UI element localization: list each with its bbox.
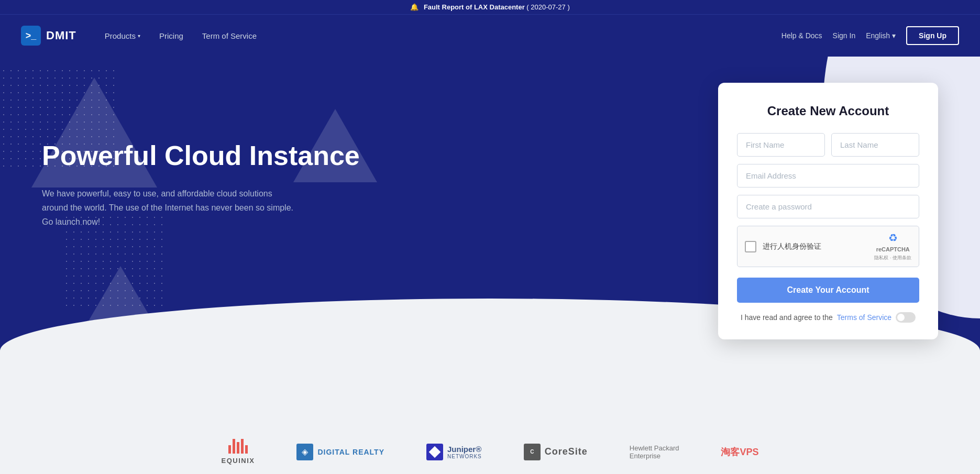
language-selector[interactable]: English ▾ (866, 31, 896, 40)
email-wrap (737, 164, 919, 188)
coresite-name: CoreSite (545, 446, 588, 457)
recaptcha-links: 隐私权 · 使用条款 (874, 255, 911, 261)
alert-bar: 🔔 Fault Report of LAX Datacenter ( 2020-… (0, 0, 980, 15)
logo-text: DMIT (46, 29, 76, 42)
recaptcha-brand: reCAPTCHA (876, 246, 910, 252)
digital-realty-icon: ◈ (296, 444, 313, 460)
name-row (737, 133, 919, 157)
header-right: Help & Docs Sign In English ▾ Sign Up (781, 26, 959, 45)
hero-description: We have powerful, easy to use, and affor… (42, 186, 293, 229)
create-account-button[interactable]: Create Your Account (737, 278, 919, 303)
hero-left: Powerful Cloud Instance We have powerful… (42, 88, 718, 229)
triangle-decoration-bl (84, 266, 157, 329)
coresite-logo: C CoreSite (524, 444, 588, 460)
hpe-line2: Enterprise (630, 452, 679, 460)
juniper-networks: NETWORKS (447, 454, 482, 459)
equinix-bars-icon (228, 439, 248, 454)
partner-equinix: EQUINIX (221, 439, 255, 465)
captcha-label: 进行人机身份验证 (763, 242, 868, 251)
hero-section: Powerful Cloud Instance We have powerful… (0, 57, 980, 413)
alert-text: Fault Report of LAX Datacenter (424, 3, 525, 11)
nav-tos[interactable]: Term of Service (195, 27, 264, 45)
captcha-checkbox[interactable] (745, 241, 756, 252)
digital-realty-text: DIGITAL REALTY (317, 448, 384, 456)
alert-date: ( 2020-07-27 ) (526, 3, 569, 11)
recaptcha-branding: ♻ reCAPTCHA 隐私权 · 使用条款 (874, 232, 911, 261)
password-input[interactable] (737, 195, 919, 218)
partner-coresite: C CoreSite (524, 444, 588, 460)
nav-products[interactable]: Products ▾ (97, 27, 148, 45)
hpe-line1: Hewlett Packard (630, 444, 679, 452)
juniper-icon (426, 444, 443, 460)
juniper-name: Juniper® (447, 445, 482, 454)
chevron-down-icon: ▾ (892, 31, 896, 40)
tos-prefix: I have read and agree to the (741, 313, 833, 322)
sign-in-link[interactable]: Sign In (833, 31, 856, 40)
lang-label: English (866, 31, 890, 40)
chevron-down-icon: ▾ (138, 33, 140, 39)
partners-section: EQUINIX ◈ DIGITAL REALTY Juniper® NETWOR… (0, 413, 980, 474)
nav-pricing[interactable]: Pricing (152, 27, 191, 45)
hpe-logo: Hewlett Packard Enterprise (630, 444, 679, 460)
taoke-logo: 淘客VPS (721, 446, 758, 458)
partner-digital-realty: ◈ DIGITAL REALTY (296, 444, 384, 460)
recaptcha-icon: ♻ (888, 232, 898, 244)
partner-taoke: 淘客VPS (721, 446, 758, 458)
tos-link[interactable]: Terms of Service (837, 313, 891, 322)
equinix-logo (228, 439, 248, 454)
first-name-input[interactable] (737, 133, 825, 157)
hero-title: Powerful Cloud Instance (42, 140, 718, 172)
captcha-box[interactable]: 进行人机身份验证 ♻ reCAPTCHA 隐私权 · 使用条款 (737, 226, 919, 267)
juniper-text-block: Juniper® NETWORKS (447, 445, 482, 459)
coresite-icon: C (524, 444, 541, 460)
register-card: Create New Account 进行人机身份验证 ♻ reCAPTCHA … (718, 83, 938, 339)
logo-link[interactable]: >_ DMIT (21, 26, 76, 46)
help-docs-link[interactable]: Help & Docs (781, 31, 822, 40)
logo-icon: >_ (21, 26, 41, 46)
equinix-name: EQUINIX (221, 457, 255, 465)
header: >_ DMIT Products ▾ Pricing Term of Servi… (0, 15, 980, 57)
card-title: Create New Account (737, 104, 919, 118)
hpe-text-block: Hewlett Packard Enterprise (630, 444, 679, 460)
juniper-logo: Juniper® NETWORKS (426, 444, 482, 460)
partner-hpe: Hewlett Packard Enterprise (630, 444, 679, 460)
bell-icon: 🔔 (410, 3, 419, 11)
tos-row: I have read and agree to the Terms of Se… (737, 312, 919, 323)
signup-button[interactable]: Sign Up (906, 26, 959, 45)
email-input[interactable] (737, 164, 919, 188)
tos-toggle[interactable] (896, 312, 916, 323)
digital-realty-logo: ◈ DIGITAL REALTY (296, 444, 384, 460)
taoke-text: 淘客VPS (721, 446, 758, 458)
main-nav: Products ▾ Pricing Term of Service (97, 27, 781, 45)
last-name-input[interactable] (831, 133, 919, 157)
password-wrap (737, 195, 919, 218)
partner-juniper: Juniper® NETWORKS (426, 444, 482, 460)
